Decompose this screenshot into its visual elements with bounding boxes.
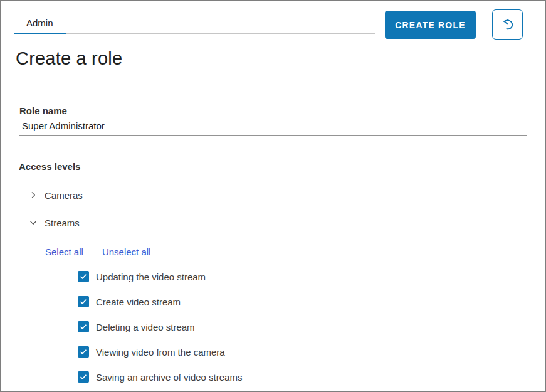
undo-arrow-icon <box>500 16 516 33</box>
checkbox-checked-icon[interactable] <box>78 371 89 383</box>
checkbox-checked-icon[interactable] <box>78 321 89 332</box>
permission-row[interactable]: Create video stream <box>78 296 545 307</box>
permission-label: Viewing video from the camera <box>96 347 225 358</box>
group-cameras[interactable]: Cameras <box>29 190 545 200</box>
permission-label: Saving an archive of video streams <box>96 372 242 383</box>
page-title: Create a role <box>16 48 122 69</box>
access-levels-label: Access levels <box>19 161 545 172</box>
checkbox-checked-icon[interactable] <box>78 296 89 307</box>
role-name-label: Role name <box>19 105 527 117</box>
role-name-input[interactable] <box>19 120 527 136</box>
admin-page: Admin CREATE ROLE Create a role Role nam… <box>0 0 546 392</box>
back-button[interactable] <box>492 9 523 40</box>
page-header: Admin CREATE ROLE <box>1 1 545 40</box>
permission-label: Create video stream <box>96 297 181 307</box>
group-streams-label: Streams <box>45 218 80 228</box>
chevron-right-icon <box>29 191 38 199</box>
permission-label: Deleting a video stream <box>96 322 195 332</box>
permission-row[interactable]: Deleting a video stream <box>78 321 545 332</box>
bulk-select-links: Select all Unselect all <box>45 246 545 257</box>
checkbox-checked-icon[interactable] <box>78 346 89 358</box>
permission-row[interactable]: Saving an archive of video streams <box>78 371 545 383</box>
chevron-down-icon <box>29 218 38 227</box>
group-cameras-label: Cameras <box>45 190 83 201</box>
tab-strip: Admin <box>14 13 375 34</box>
permission-label: Updating the video stream <box>96 272 206 282</box>
tab-admin-label: Admin <box>26 18 53 28</box>
create-role-button[interactable]: CREATE ROLE <box>385 11 476 39</box>
permission-row[interactable]: Updating the video stream <box>78 271 545 282</box>
permission-row[interactable]: Viewing video from the camera <box>78 346 545 358</box>
checkbox-checked-icon[interactable] <box>78 271 89 282</box>
role-name-field: Role name <box>19 105 527 136</box>
group-streams[interactable]: Streams <box>29 218 545 228</box>
tab-admin[interactable]: Admin <box>14 13 66 34</box>
unselect-all-link[interactable]: Unselect all <box>102 246 151 257</box>
select-all-link[interactable]: Select all <box>45 246 83 257</box>
access-levels-section: Access levels Cameras Streams Select all… <box>1 161 545 383</box>
